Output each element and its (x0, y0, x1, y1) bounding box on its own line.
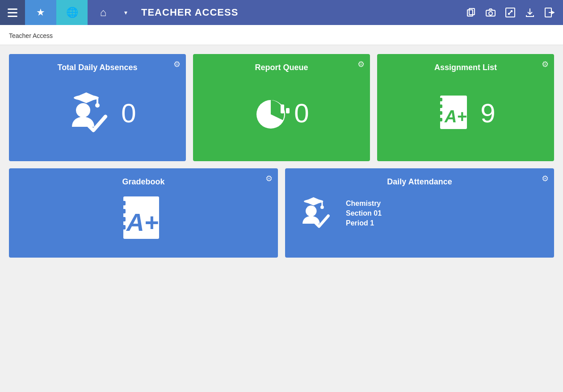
assignment-list-settings[interactable] (542, 59, 549, 69)
svg-text:A+: A+ (126, 209, 159, 236)
camera-button[interactable] (482, 4, 500, 21)
svg-point-30 (306, 205, 317, 217)
header-actions (462, 4, 563, 21)
tile-title-gradebook: Gradebook (16, 177, 271, 187)
home-dropdown[interactable] (119, 0, 132, 25)
svg-rect-17 (438, 111, 442, 115)
tile-content-gradebook: A+ (16, 187, 271, 250)
assignment-list-tile[interactable]: Assignment List A+ 9 (377, 54, 554, 161)
tile-content-assignment: A+ 9 (384, 72, 547, 154)
svg-rect-15 (438, 98, 442, 101)
copy-icon (466, 8, 476, 17)
gradebook-tile[interactable]: Gradebook A+ (9, 168, 278, 258)
report-queue-settings[interactable] (357, 59, 365, 69)
svg-point-10 (76, 103, 90, 117)
daily-attendance-settings[interactable] (542, 174, 549, 183)
student-check-icon (59, 84, 117, 142)
download-icon (525, 8, 535, 17)
tile-title-attendance: Daily Attendance (292, 177, 547, 187)
svg-rect-21 (120, 201, 126, 205)
student-check-icon-2 (292, 191, 337, 236)
logout-icon (545, 8, 555, 17)
tile-title-assignment: Assignment List (384, 63, 547, 72)
page-title: TEACHER ACCESS (132, 7, 462, 18)
svg-point-29 (320, 205, 324, 209)
svg-point-3 (489, 12, 492, 15)
tiles-row2: Gradebook A+ Daily Attendance (9, 168, 554, 258)
download-button[interactable] (521, 4, 539, 21)
hamburger-icon (8, 8, 17, 17)
menu-button[interactable] (0, 0, 25, 25)
report-queue-tile[interactable]: Report Queue 0 (193, 54, 370, 161)
tiles-row1: Total Daily Absences 0 (9, 54, 554, 161)
svg-rect-13 (286, 108, 290, 113)
svg-rect-18 (438, 118, 442, 121)
globe-icon (66, 7, 78, 18)
total-daily-absences-tile[interactable]: Total Daily Absences 0 (9, 54, 186, 161)
home-icon (100, 6, 107, 19)
globe-tab[interactable] (56, 0, 88, 25)
attendance-section: Section 01 (346, 209, 382, 217)
svg-marker-7 (74, 92, 99, 103)
gradebook-big-icon: A+ (117, 194, 170, 243)
svg-rect-16 (438, 104, 442, 108)
tile-title-absences: Total Daily Absences (16, 63, 179, 72)
star-icon (36, 7, 45, 18)
total-daily-absences-settings[interactable] (173, 59, 181, 69)
resize-button[interactable] (501, 4, 519, 21)
tile-content-report: 0 (200, 72, 363, 154)
main-content: Total Daily Absences 0 (0, 45, 563, 267)
chevron-down-icon (124, 8, 127, 17)
pie-chart-icon (254, 96, 290, 131)
copy-button[interactable] (462, 4, 480, 21)
assignment-count: 9 (480, 98, 495, 129)
breadcrumb: Teacher Access (0, 25, 563, 45)
tile-title-report: Report Queue (200, 63, 363, 72)
logout-button[interactable] (541, 4, 559, 21)
svg-point-9 (95, 103, 100, 108)
svg-rect-23 (120, 217, 126, 221)
svg-rect-24 (120, 225, 126, 229)
attendance-info: Chemistry Section 01 Period 1 (346, 200, 382, 227)
favorites-tab[interactable] (25, 0, 56, 25)
attendance-subject: Chemistry (346, 200, 382, 208)
absences-count: 0 (121, 98, 136, 129)
attendance-period: Period 1 (346, 219, 382, 227)
assignment-gradebook-icon: A+ (436, 93, 476, 133)
camera-icon (486, 8, 496, 17)
attendance-content: Chemistry Section 01 Period 1 (292, 187, 547, 236)
svg-rect-22 (120, 209, 126, 213)
svg-rect-12 (281, 104, 284, 113)
daily-attendance-tile[interactable]: Daily Attendance Chemistry Section 01 Pe… (285, 168, 554, 258)
report-count: 0 (294, 98, 309, 129)
tile-content-absences: 0 (16, 72, 179, 154)
gradebook-settings[interactable] (265, 174, 273, 183)
resize-icon (505, 8, 515, 17)
svg-marker-27 (304, 197, 323, 205)
header: TEACHER ACCESS (0, 0, 563, 25)
svg-text:A+: A+ (444, 107, 467, 126)
home-tab[interactable] (88, 0, 119, 25)
